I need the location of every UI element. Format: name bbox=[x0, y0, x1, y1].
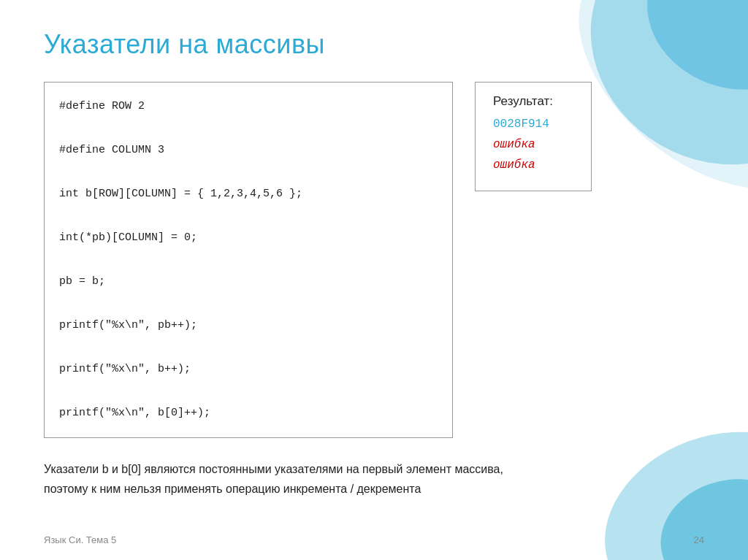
footer-left: Язык Си. Тема 5 bbox=[44, 534, 116, 545]
result-box: Результат: 0028F914 ошибка ошибка bbox=[475, 82, 592, 191]
footer-right: 24 bbox=[694, 534, 704, 545]
code-box: #define ROW 2 #define COLUMN 3 int b[ROW… bbox=[44, 82, 453, 438]
desc-text-before: Указатели b и b[0] bbox=[44, 463, 141, 475]
main-area: #define ROW 2 #define COLUMN 3 int b[ROW… bbox=[44, 82, 704, 438]
slide-title: Указатели на массивы bbox=[44, 29, 704, 60]
result-error-1: ошибка bbox=[493, 138, 573, 151]
description: Указатели b и b[0] являются постоянными … bbox=[44, 460, 541, 499]
code-content: #define ROW 2 #define COLUMN 3 int b[ROW… bbox=[59, 96, 438, 424]
result-label: Результат: bbox=[493, 94, 573, 109]
result-error-2: ошибка bbox=[493, 158, 573, 172]
result-value: 0028F914 bbox=[493, 118, 573, 131]
footer: Язык Си. Тема 5 24 bbox=[44, 534, 704, 545]
